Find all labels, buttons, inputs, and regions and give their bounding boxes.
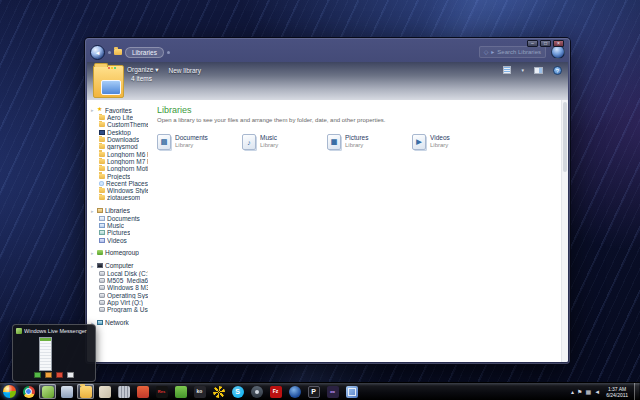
explorer-content: ▸ Favorites Aero Lite <box>87 100 568 362</box>
sidebar-item[interactable]: Longhorn Motion <box>91 165 148 172</box>
minimize-button[interactable]: – <box>527 40 538 47</box>
taskbar-app-button[interactable] <box>58 384 75 399</box>
taskbar-app-button[interactable]: P <box>305 384 322 399</box>
taskbar-app-glyph: ∞ <box>330 388 335 395</box>
sidebar-section-header[interactable]: ▸ Homegroup <box>91 249 148 257</box>
sidebar-section-header[interactable]: ▸ Network <box>91 319 148 327</box>
sidebar-section-icon <box>97 320 103 325</box>
sidebar-section-header[interactable]: ▸ Libraries <box>91 207 148 215</box>
sidebar-item-label: Program & User File <box>107 306 148 313</box>
sidebar-item[interactable]: garrysmod <box>91 143 148 150</box>
status-button[interactable] <box>67 372 74 378</box>
library-tile[interactable]: ▤ Documents Library <box>157 134 242 150</box>
window-orb-button[interactable] <box>551 45 565 59</box>
tray-icon[interactable]: ▦ <box>586 389 592 395</box>
sidebar-item[interactable]: App Virt (Q:) <box>91 299 148 306</box>
folder-color-tabs <box>108 67 116 69</box>
status-button[interactable] <box>45 372 52 378</box>
sidebar-item-icon <box>99 166 105 171</box>
taskbar-app-button[interactable] <box>115 384 132 399</box>
search-icon: ◇ <box>484 49 489 55</box>
library-tile[interactable]: ▦ Pictures Library <box>327 134 412 150</box>
taskbar-app-button[interactable]: Res <box>153 384 170 399</box>
taskbar-app-button[interactable]: Fz <box>267 384 284 399</box>
taskbar-app-icon <box>137 386 149 398</box>
help-button[interactable]: ? <box>553 66 562 75</box>
messenger-window-thumbnail[interactable] <box>39 337 52 371</box>
taskbar-app-button[interactable] <box>39 384 56 399</box>
show-desktop-button[interactable] <box>634 383 639 400</box>
sidebar-item[interactable]: Videos <box>91 236 148 243</box>
taskbar-app-button[interactable] <box>248 384 265 399</box>
taskbar-app-icon <box>213 386 225 398</box>
organize-button[interactable]: Organize ▾ <box>127 66 158 74</box>
taskbar-app-button[interactable] <box>343 384 360 399</box>
maximize-button[interactable]: □ <box>540 40 551 47</box>
taskbar-app-button[interactable] <box>96 384 113 399</box>
taskbar-app-button[interactable]: ∞ <box>324 384 341 399</box>
vertical-scrollbar[interactable] <box>561 100 568 362</box>
tray-icon[interactable]: ▴ <box>571 389 574 395</box>
expander-arrow-icon[interactable]: ▸ <box>91 107 95 113</box>
sidebar-item-icon <box>99 238 105 243</box>
taskbar-app-button[interactable] <box>20 384 37 399</box>
sidebar-item[interactable]: Aero Lite <box>91 114 148 121</box>
sidebar-item[interactable]: Music <box>91 222 148 229</box>
sidebar-item[interactable]: ziotauesom <box>91 194 148 201</box>
sidebar-item[interactable]: Documents <box>91 215 148 222</box>
taskbar-clock[interactable]: 1:37 AM 6/24/2011 <box>606 386 628 398</box>
taskbar-app-button[interactable] <box>210 384 227 399</box>
tray-icon[interactable]: ◄ <box>594 389 600 395</box>
sidebar-item-label: Recent Places <box>106 180 148 187</box>
sidebar-item[interactable]: Pictures <box>91 229 148 236</box>
search-input[interactable]: ◇ ▸ Search Libraries <box>479 46 546 58</box>
library-tile-text: Videos Library <box>430 134 450 149</box>
library-tile[interactable]: ♪ Music Library <box>242 134 327 150</box>
sidebar-item[interactable]: Projects <box>91 172 148 179</box>
sidebar-item[interactable]: Longhorn M7 R2 <box>91 158 148 165</box>
library-tile-icon: ▦ <box>327 134 341 150</box>
new-library-button[interactable]: New library <box>168 67 201 74</box>
sidebar-item[interactable]: Longhorn M6 R1 <box>91 150 148 157</box>
start-button[interactable] <box>2 384 17 399</box>
change-view-button[interactable] <box>503 66 511 74</box>
sidebar-item[interactable]: Local Disk (C:) <box>91 270 148 277</box>
sidebar-section-icon <box>97 208 103 213</box>
expander-arrow-icon[interactable]: ▸ <box>91 263 95 269</box>
close-button[interactable]: × <box>553 40 564 47</box>
sidebar-item[interactable]: Desktop <box>91 129 148 136</box>
preview-pane-button[interactable] <box>534 67 543 74</box>
sidebar-item[interactable]: CustomThemes <box>91 121 148 128</box>
forward-button[interactable] <box>108 51 111 54</box>
sidebar-item[interactable]: Downloads <box>91 136 148 143</box>
sidebar-section-header[interactable]: ▸ Favorites <box>91 106 148 114</box>
popup-header: Windows Live Messenger <box>16 328 92 334</box>
sidebar-item[interactable]: Recent Places <box>91 180 148 187</box>
system-tray: ▴ ⚑ ▦ ◄ 1:37 AM 6/24/2011 <box>571 383 640 400</box>
expander-arrow-icon[interactable]: ▸ <box>91 250 95 256</box>
taskbar-app-button[interactable]: S <box>229 384 246 399</box>
taskbar-app-button[interactable] <box>77 384 94 399</box>
sidebar-item-label: Operating Systems ( <box>107 292 148 299</box>
sidebar-section-header[interactable]: ▸ Computer <box>91 262 148 270</box>
taskbar-app-button[interactable] <box>286 384 303 399</box>
tray-icon[interactable]: ⚑ <box>577 389 582 395</box>
back-button[interactable]: ◂ <box>90 45 105 60</box>
breadcrumb[interactable]: Libraries <box>125 47 164 58</box>
change-view-caret-icon[interactable]: ▾ <box>521 67 524 73</box>
breadcrumb-dropdown-icon[interactable] <box>167 51 170 54</box>
status-button[interactable] <box>34 372 41 378</box>
sidebar-item[interactable]: Windows Style Build <box>91 187 148 194</box>
sidebar-item[interactable]: Operating Systems ( <box>91 292 148 299</box>
sidebar-section-label: Favorites <box>105 107 132 114</box>
messenger-icon <box>16 328 22 334</box>
expander-arrow-icon[interactable]: ▸ <box>91 208 95 214</box>
sidebar-item[interactable]: Windows 8 M3 (G:) <box>91 284 148 291</box>
taskbar-app-button[interactable] <box>134 384 151 399</box>
status-button[interactable] <box>56 372 63 378</box>
sidebar-item[interactable]: M505_Media64 (F:) <box>91 277 148 284</box>
taskbar-app-button[interactable] <box>172 384 189 399</box>
library-tile[interactable]: ▶ Videos Library <box>412 134 497 150</box>
taskbar-app-button[interactable]: ko <box>191 384 208 399</box>
sidebar-item[interactable]: Program & User File <box>91 306 148 313</box>
